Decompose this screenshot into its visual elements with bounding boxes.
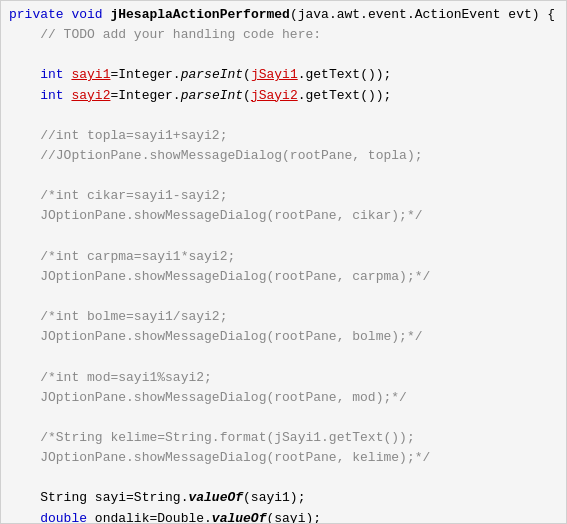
code-line: double ondalik=Double.valueOf(sayi);: [1, 509, 566, 524]
code-token: [9, 307, 40, 327]
code-token: /*int cikar=sayi1-sayi2;: [40, 186, 227, 206]
code-line: //JOptionPane.showMessageDialog(rootPane…: [1, 146, 566, 166]
code-token: valueOf: [188, 488, 243, 508]
code-token: [9, 267, 40, 287]
code-token: sayi=String.: [87, 488, 188, 508]
code-line: /*String kelime=String.format(jSayi1.get…: [1, 428, 566, 448]
code-line: /*int bolme=sayi1/sayi2;: [1, 307, 566, 327]
code-token: sayi2: [71, 86, 110, 106]
code-line: [1, 106, 566, 126]
code-line: [1, 227, 566, 247]
code-token: [9, 247, 40, 267]
code-token: [9, 146, 40, 166]
code-token: ) {: [532, 5, 555, 25]
code-line: private void jHesaplaActionPerformed(jav…: [1, 5, 566, 25]
code-token: (sayi1);: [243, 488, 305, 508]
code-token: JOptionPane.showMessageDialog(rootPane, …: [40, 327, 422, 347]
code-token: (: [243, 65, 251, 85]
code-token: .getText());: [298, 65, 392, 85]
code-line: [1, 468, 566, 488]
code-token: [9, 65, 40, 85]
code-line: int sayi2=Integer.parseInt(jSayi2.getTex…: [1, 86, 566, 106]
code-token: [64, 86, 72, 106]
code-token: jHesaplaActionPerformed: [110, 5, 289, 25]
code-token: private: [9, 5, 64, 25]
code-token: =Integer.: [110, 86, 180, 106]
code-line: JOptionPane.showMessageDialog(rootPane, …: [1, 206, 566, 226]
code-token: java.awt.event.ActionEvent: [298, 5, 501, 25]
code-line: [1, 166, 566, 186]
code-token: [9, 388, 40, 408]
code-line: // TODO add your handling code here:: [1, 25, 566, 45]
code-line: [1, 408, 566, 428]
code-token: JOptionPane.showMessageDialog(rootPane, …: [40, 267, 430, 287]
code-token: int: [40, 65, 63, 85]
code-token: [9, 368, 40, 388]
code-token: jSayi1: [251, 65, 298, 85]
code-line: int sayi1=Integer.parseInt(jSayi1.getTex…: [1, 65, 566, 85]
code-token: double: [40, 509, 87, 524]
code-line: String sayi=String.valueOf(sayi1);: [1, 488, 566, 508]
code-token: //JOptionPane.showMessageDialog(rootPane…: [40, 146, 422, 166]
code-line: JOptionPane.showMessageDialog(rootPane, …: [1, 267, 566, 287]
code-token: [9, 428, 40, 448]
code-token: [9, 206, 40, 226]
code-token: evt: [508, 5, 531, 25]
code-line: /*int carpma=sayi1*sayi2;: [1, 247, 566, 267]
code-token: JOptionPane.showMessageDialog(rootPane, …: [40, 206, 422, 226]
code-token: /*String kelime=String.format(jSayi1.get…: [40, 428, 414, 448]
code-token: .getText());: [298, 86, 392, 106]
code-token: [9, 186, 40, 206]
code-token: [9, 509, 40, 524]
code-token: [64, 5, 72, 25]
code-line: JOptionPane.showMessageDialog(rootPane, …: [1, 388, 566, 408]
code-token: String: [40, 488, 87, 508]
code-token: jSayi2: [251, 86, 298, 106]
code-line: /*int mod=sayi1%sayi2;: [1, 368, 566, 388]
code-token: int: [40, 86, 63, 106]
code-line: JOptionPane.showMessageDialog(rootPane, …: [1, 448, 566, 468]
code-token: =Integer.: [110, 65, 180, 85]
code-token: JOptionPane.showMessageDialog(rootPane, …: [40, 448, 430, 468]
code-line: //int topla=sayi1+sayi2;: [1, 126, 566, 146]
code-token: [501, 5, 509, 25]
code-line: [1, 347, 566, 367]
code-token: (sayi);: [266, 509, 321, 524]
code-token: [9, 448, 40, 468]
code-line: /*int cikar=sayi1-sayi2;: [1, 186, 566, 206]
code-token: sayi1: [71, 65, 110, 85]
code-token: (: [290, 5, 298, 25]
code-token: /*int carpma=sayi1*sayi2;: [40, 247, 235, 267]
code-token: [103, 5, 111, 25]
code-token: [9, 126, 40, 146]
code-token: valueOf: [212, 509, 267, 524]
code-token: [9, 327, 40, 347]
code-token: [9, 488, 40, 508]
code-line: JOptionPane.showMessageDialog(rootPane, …: [1, 327, 566, 347]
code-token: [9, 86, 40, 106]
code-token: parseInt: [181, 86, 243, 106]
code-token: ondalik=Double.: [87, 509, 212, 524]
code-token: void: [71, 5, 102, 25]
code-token: [64, 65, 72, 85]
code-token: JOptionPane.showMessageDialog(rootPane, …: [40, 388, 407, 408]
code-content: private void jHesaplaActionPerformed(jav…: [1, 1, 566, 524]
code-line: [1, 287, 566, 307]
code-line: [1, 45, 566, 65]
code-editor: private void jHesaplaActionPerformed(jav…: [0, 0, 567, 524]
code-token: // TODO add your handling code here:: [40, 25, 321, 45]
code-token: [9, 25, 40, 45]
code-token: /*int mod=sayi1%sayi2;: [40, 368, 212, 388]
code-token: parseInt: [181, 65, 243, 85]
code-token: /*int bolme=sayi1/sayi2;: [40, 307, 227, 327]
code-token: //int topla=sayi1+sayi2;: [40, 126, 227, 146]
code-token: (: [243, 86, 251, 106]
